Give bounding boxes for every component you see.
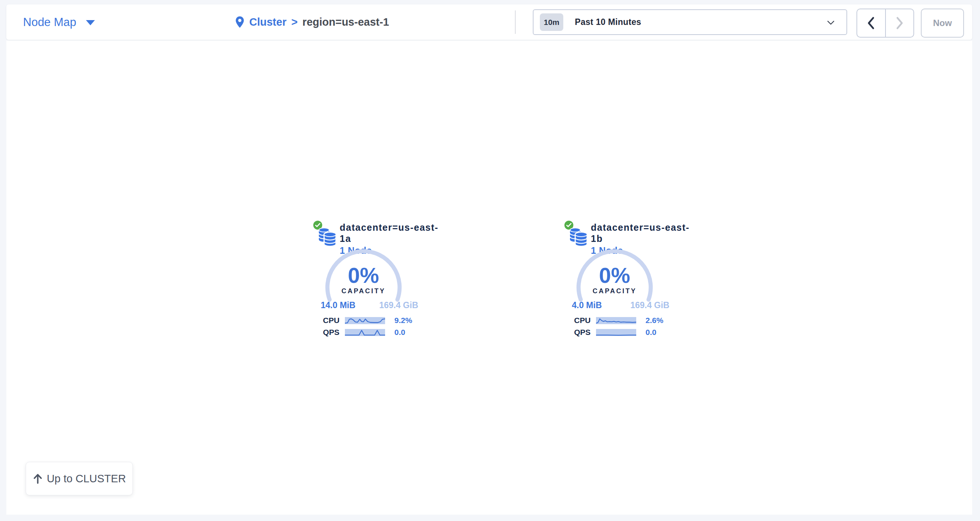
breadcrumb-current: region=us-east-1	[302, 16, 389, 28]
time-range-select[interactable]: 10m Past 10 Minutes	[533, 9, 847, 35]
capacity-used: 4.0 MiB	[572, 300, 602, 311]
capacity-total: 169.4 GiB	[630, 300, 669, 311]
node-map-page: Node Map Cluster > region=us-east-1 10m …	[0, 0, 980, 521]
arrow-up-icon	[33, 473, 43, 484]
time-prev-button[interactable]	[857, 9, 886, 37]
cpu-label: CPU	[323, 316, 345, 325]
view-selector-dropdown[interactable]: Node Map	[23, 5, 95, 40]
chevron-right-icon	[895, 16, 904, 30]
map-canvas	[6, 41, 972, 515]
header-divider	[515, 10, 515, 34]
caret-down-icon	[86, 20, 95, 25]
cpu-value: 2.6%	[646, 316, 663, 325]
qps-value: 0.0	[646, 328, 656, 337]
capacity-percent: 0%	[323, 267, 404, 284]
qps-sparkline	[596, 329, 636, 336]
qps-metric-row: QPS 0.0	[323, 328, 412, 336]
capacity-values-row: 4.0 MiB 169.4 GiB	[572, 300, 669, 311]
metrics-list: CPU 9.2% QPS 0.0	[323, 317, 412, 341]
time-next-button[interactable]	[886, 9, 914, 37]
time-step-buttons	[856, 8, 914, 38]
qps-label: QPS	[323, 328, 345, 337]
chevron-down-icon	[827, 21, 835, 25]
cpu-sparkline	[345, 317, 385, 324]
capacity-used: 14.0 MiB	[321, 300, 355, 311]
location-pin-icon	[235, 16, 245, 28]
datacenter-title: datacenter=us-east-1a	[340, 222, 441, 244]
header-bar: Node Map Cluster > region=us-east-1 10m …	[6, 5, 972, 40]
qps-metric-row: QPS 0.0	[574, 328, 663, 336]
datacenter-card-us-east-1b[interactable]: datacenter=us-east-1b 1 Node 0% CAPACITY…	[564, 219, 692, 342]
cpu-metric-row: CPU 2.6%	[574, 317, 663, 324]
cpu-value: 9.2%	[395, 316, 412, 325]
capacity-label: CAPACITY	[574, 287, 655, 295]
now-button[interactable]: Now	[921, 8, 964, 38]
up-to-cluster-button[interactable]: Up to CLUSTER	[25, 462, 133, 496]
capacity-label: CAPACITY	[323, 287, 404, 295]
time-range-label: Past 10 Minutes	[575, 17, 641, 27]
qps-sparkline	[345, 329, 385, 336]
chevron-left-icon	[867, 16, 875, 30]
breadcrumb-cluster-link[interactable]: Cluster	[249, 16, 286, 28]
cpu-sparkline	[596, 317, 636, 324]
datacenter-card-us-east-1a[interactable]: datacenter=us-east-1a 1 Node 0% CAPACITY…	[313, 219, 441, 342]
qps-value: 0.0	[395, 328, 405, 337]
capacity-percent: 0%	[574, 267, 655, 284]
cpu-metric-row: CPU 9.2%	[323, 317, 412, 324]
datacenter-title: datacenter=us-east-1b	[591, 222, 692, 244]
up-to-cluster-label: Up to CLUSTER	[47, 473, 126, 485]
metrics-list: CPU 2.6% QPS 0.0	[574, 317, 663, 341]
cpu-label: CPU	[574, 316, 596, 325]
database-stack-icon	[570, 226, 588, 246]
database-stack-icon	[318, 226, 337, 246]
breadcrumb: Cluster > region=us-east-1	[235, 5, 389, 40]
view-selector-label: Node Map	[23, 16, 76, 29]
capacity-values-row: 14.0 MiB 169.4 GiB	[321, 300, 418, 311]
time-range-badge: 10m	[540, 13, 563, 31]
qps-label: QPS	[574, 328, 596, 337]
capacity-total: 169.4 GiB	[379, 300, 418, 311]
breadcrumb-separator: >	[291, 16, 298, 28]
